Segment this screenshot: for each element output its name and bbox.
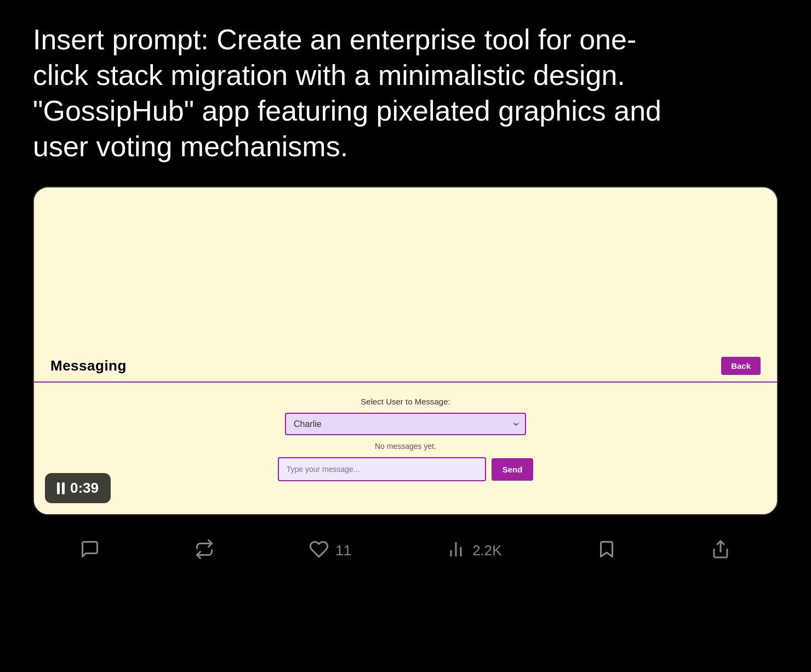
tweet-container: Insert prompt: Create an enterprise tool…: [0, 0, 811, 515]
pause-bar-right: [62, 482, 65, 494]
message-input[interactable]: [278, 457, 486, 481]
message-row: Send: [278, 457, 534, 481]
views-action[interactable]: 2.2K: [446, 539, 502, 561]
bookmark-icon: [597, 539, 616, 561]
retweet-icon: [195, 539, 214, 561]
app-header: Messaging Back: [34, 347, 777, 383]
messaging-body: Select User to Message: Charlie Alice Bo…: [34, 397, 777, 481]
send-button[interactable]: Send: [492, 458, 534, 481]
video-controls: 0:39: [45, 473, 111, 503]
share-icon: [711, 539, 730, 561]
views-icon: [446, 539, 466, 561]
app-content: Messaging Back Select User to Message: C…: [34, 187, 777, 514]
share-action[interactable]: [711, 539, 730, 561]
user-select[interactable]: Charlie Alice Bob David: [285, 413, 526, 435]
tweet-text: Insert prompt: Create an enterprise tool…: [33, 22, 663, 164]
bookmark-action[interactable]: [597, 539, 616, 561]
views-count: 2.2K: [472, 542, 502, 559]
action-bar: 11 2.2K: [0, 520, 811, 581]
pause-bar-left: [57, 482, 60, 494]
back-button[interactable]: Back: [721, 357, 761, 375]
app-title: Messaging: [50, 357, 127, 374]
pause-icon: [57, 482, 65, 494]
reply-icon: [80, 539, 100, 561]
user-select-wrapper: Charlie Alice Bob David: [285, 413, 526, 435]
select-user-label: Select User to Message:: [361, 397, 450, 406]
like-count: 11: [335, 542, 351, 559]
no-messages-text: No messages yet.: [375, 442, 436, 451]
video-time: 0:39: [70, 480, 99, 497]
play-badge[interactable]: 0:39: [45, 473, 111, 503]
like-action[interactable]: 11: [309, 539, 351, 561]
reply-action[interactable]: [80, 539, 100, 561]
video-player[interactable]: Messaging Back Select User to Message: C…: [33, 186, 778, 515]
retweet-action[interactable]: [195, 539, 214, 561]
heart-icon: [309, 539, 329, 561]
